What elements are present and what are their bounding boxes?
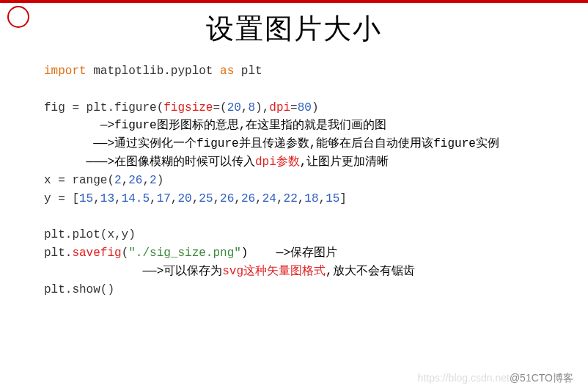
annotation-dpi-hl: dpi参数	[255, 156, 300, 169]
page-title: 设置图片大小	[0, 10, 588, 48]
code-text: fig = plt.figure(	[44, 101, 163, 114]
code-block: import matplotlib.pyplot as plt fig = pl…	[0, 48, 588, 306]
num: 2	[114, 174, 122, 187]
code-text: (	[122, 246, 129, 260]
code-text: ]	[339, 192, 347, 205]
code-text: ,	[122, 174, 129, 187]
code-text: ,	[255, 192, 262, 205]
keyword-import: import	[44, 65, 87, 78]
arg-figsize: figsize	[163, 101, 213, 114]
num: 14.5	[122, 192, 150, 205]
top-red-bar	[0, 0, 588, 3]
num: 80	[298, 101, 312, 114]
num: 15	[79, 192, 93, 205]
annotation-instance: ——>通过实例化一个figure并且传递参数,能够在后台自动使用该figure实…	[44, 137, 499, 150]
logo-area	[7, 6, 29, 28]
annotation-svg-prefix: ——>可以保存为	[44, 265, 222, 278]
code-text: ,	[150, 192, 157, 205]
code-text: ,	[213, 192, 220, 205]
num: 26	[241, 192, 255, 205]
code-text: ),	[255, 101, 269, 114]
code-text: ,	[319, 192, 326, 205]
num: 15	[326, 192, 339, 205]
code-text: matplotlib.pyplot	[87, 65, 220, 78]
code-text: )	[312, 101, 319, 114]
code-text: ,	[192, 192, 199, 205]
annotation-dpi-prefix: ———>在图像模糊的时候可以传入	[44, 156, 255, 169]
code-text: =	[290, 101, 298, 114]
annotation-dpi-suffix: ,让图片更加清晰	[300, 156, 389, 169]
arg-dpi: dpi	[269, 101, 290, 114]
logo-icon	[7, 6, 29, 28]
code-text: )	[157, 174, 164, 187]
num: 2	[150, 174, 157, 187]
method-savefig: savefig	[72, 246, 121, 260]
string-path: "./sig_size.png"	[128, 246, 241, 260]
code-text: y = [	[44, 192, 79, 205]
code-text: =(	[213, 101, 227, 114]
num: 24	[262, 192, 276, 205]
num: 20	[227, 101, 241, 114]
code-text: ,	[142, 174, 150, 187]
annotation-svg-suffix: ,放大不会有锯齿	[326, 265, 415, 278]
num: 17	[157, 192, 171, 205]
num: 13	[100, 192, 114, 205]
code-text: ,	[93, 192, 100, 205]
num: 26	[128, 174, 142, 187]
num: 25	[199, 192, 213, 205]
code-text: ,	[276, 192, 284, 205]
watermark-main: @51CTO博客	[510, 372, 573, 384]
annotation-svg-hl: svg这种矢量图格式	[222, 265, 326, 278]
num: 22	[284, 192, 298, 205]
code-text: plt.show()	[44, 283, 114, 296]
code-text: plt	[234, 65, 262, 78]
code-text: ,	[298, 192, 305, 205]
keyword-as: as	[220, 65, 234, 78]
code-text: ,	[234, 192, 241, 205]
num: 26	[220, 192, 234, 205]
code-text: plt.	[44, 246, 72, 260]
num: 20	[177, 192, 191, 205]
annotation-figure: —>figure图形图标的意思,在这里指的就是我们画的图	[44, 119, 386, 132]
watermark-url: https://blog.csdn.net	[418, 372, 510, 384]
code-text: ,	[114, 192, 122, 205]
watermark: https://blog.csdn.net@51CTO博客	[418, 372, 573, 385]
annotation-save: ) —>保存图片	[241, 246, 337, 260]
num: 18	[304, 192, 318, 205]
code-text: plt.plot(x,y)	[44, 228, 136, 241]
num: 8	[248, 101, 255, 114]
code-text: x = range(	[44, 174, 114, 187]
